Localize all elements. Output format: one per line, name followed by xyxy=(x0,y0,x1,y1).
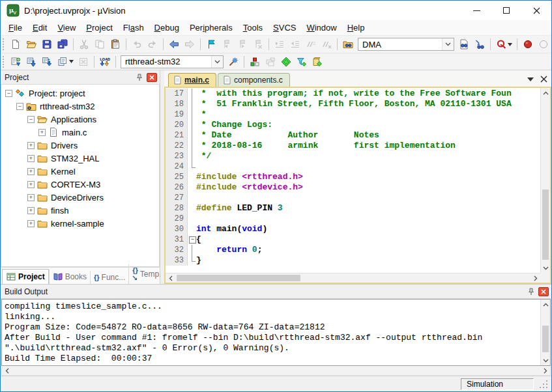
menu-item-debug[interactable]: Debug xyxy=(149,21,184,35)
editor-tab-components-c[interactable]: components.c xyxy=(218,73,290,87)
expand-icon[interactable]: + xyxy=(27,168,35,175)
menu-item-tools[interactable]: Tools xyxy=(238,21,268,35)
menu-item-file[interactable]: File xyxy=(3,21,27,35)
open-file-button[interactable] xyxy=(23,37,39,51)
code-editor[interactable]: 17 * with this program; if not, write to… xyxy=(166,88,540,273)
build-horizontal-scrollbar[interactable] xyxy=(1,366,551,376)
menu-item-svcs[interactable]: SVCS xyxy=(268,21,301,35)
dropdown-caret-icon[interactable] xyxy=(508,43,512,46)
save-file-button[interactable] xyxy=(39,37,55,51)
maximize-button[interactable] xyxy=(491,1,521,20)
editor-vertical-scrollbar[interactable] xyxy=(540,88,550,273)
scroll-right-icon[interactable] xyxy=(540,366,550,376)
menu-item-edit[interactable]: Edit xyxy=(27,21,52,35)
pin-icon[interactable] xyxy=(136,74,143,81)
new-file-button[interactable] xyxy=(8,37,23,51)
menu-item-peripherals[interactable]: Peripherals xyxy=(184,21,238,35)
expand-icon[interactable]: + xyxy=(38,129,46,136)
tree-item-cortex-m3[interactable]: +CORTEX-M3 xyxy=(1,178,159,191)
collapse-icon[interactable]: − xyxy=(5,90,12,97)
editor-hscroll-thumb[interactable] xyxy=(177,275,300,281)
build-button[interactable] xyxy=(23,55,39,69)
resize-grip[interactable] xyxy=(536,378,550,390)
manage-project-items-button[interactable] xyxy=(247,55,263,69)
insert-remove-breakpoint-button[interactable] xyxy=(520,37,536,51)
menu-item-flash[interactable]: Flash xyxy=(118,21,149,35)
build-vscroll-thumb[interactable] xyxy=(542,326,549,352)
tree-item-project-project[interactable]: −Project: project xyxy=(1,87,159,100)
expand-icon[interactable]: + xyxy=(27,207,35,214)
editor-vscroll-thumb[interactable] xyxy=(542,189,549,260)
editor-tab-main-c[interactable]: main.c xyxy=(168,73,216,87)
pin-icon[interactable] xyxy=(527,288,535,296)
menu-item-view[interactable]: View xyxy=(52,21,81,35)
line-number: 26 xyxy=(166,182,188,193)
close-document-icon[interactable] xyxy=(540,74,547,85)
chevron-down-icon[interactable] xyxy=(442,38,454,50)
stop-build-button xyxy=(76,55,91,69)
options-for-target-button[interactable] xyxy=(225,55,241,69)
panel-tab-project[interactable]: Project xyxy=(2,269,49,284)
expand-icon[interactable]: + xyxy=(27,155,35,162)
dropdown-caret-icon[interactable] xyxy=(69,60,74,63)
minimize-button[interactable] xyxy=(461,1,491,20)
enable-disable-breakpoint-button[interactable] xyxy=(536,37,551,51)
close-button[interactable] xyxy=(521,1,551,20)
document-list-icon[interactable] xyxy=(527,77,534,81)
download-to-flash-button[interactable]: LOAD xyxy=(97,55,113,69)
collapse-icon[interactable]: − xyxy=(27,116,35,123)
toolbar-grip[interactable] xyxy=(3,56,5,68)
editor-horizontal-scrollbar[interactable] xyxy=(166,273,540,283)
find-in-files-button[interactable] xyxy=(340,37,356,51)
scroll-down-icon[interactable] xyxy=(541,356,551,365)
rebuild-all-button[interactable] xyxy=(39,55,55,69)
expand-icon[interactable]: + xyxy=(27,181,35,188)
find-in-files-dialog-button[interactable] xyxy=(456,37,472,51)
tree-item-main-c[interactable]: +main.c xyxy=(1,126,159,139)
scroll-left-icon[interactable] xyxy=(2,366,12,376)
collapse-icon[interactable]: − xyxy=(16,103,23,110)
chevron-down-icon[interactable] xyxy=(211,56,223,68)
scroll-right-icon[interactable] xyxy=(530,273,540,283)
toolbar-grip[interactable] xyxy=(3,38,5,50)
menu-item-window[interactable]: Window xyxy=(301,21,341,35)
search-combo[interactable]: DMA xyxy=(358,38,454,51)
panel-tab-func[interactable]: {}Func... xyxy=(90,271,128,284)
batch-build-button[interactable] xyxy=(55,55,76,69)
menu-item-project[interactable]: Project xyxy=(81,21,117,35)
panel-tab-books[interactable]: Books xyxy=(49,270,90,284)
tree-item-kernel[interactable]: +Kernel xyxy=(1,165,159,178)
translate-file-button[interactable] xyxy=(8,55,23,69)
expand-icon[interactable]: + xyxy=(27,194,35,201)
scroll-up-icon[interactable] xyxy=(541,88,551,98)
find-button[interactable] xyxy=(493,37,514,51)
tree-item-devicedrivers[interactable]: +DeviceDrivers xyxy=(1,191,159,204)
fold-collapse-icon[interactable] xyxy=(188,234,196,245)
tree-item-rtthread-stm32[interactable]: −rtthread-stm32 xyxy=(1,100,159,113)
toggle-bookmark-button[interactable] xyxy=(203,37,219,51)
scroll-up-icon[interactable] xyxy=(541,300,551,309)
menu-item-help[interactable]: Help xyxy=(342,21,370,35)
tree-item-drivers[interactable]: +Drivers xyxy=(1,139,159,152)
target-combo[interactable]: rtthread-stm32 xyxy=(121,55,224,68)
select-software-packs-button[interactable] xyxy=(294,55,310,69)
scroll-down-icon[interactable] xyxy=(541,263,551,273)
tree-item-finsh[interactable]: +finsh xyxy=(1,204,159,217)
paste-button[interactable] xyxy=(108,37,123,51)
manage-run-time-environment-button[interactable] xyxy=(278,55,294,69)
project-panel-close-button[interactable] xyxy=(147,73,157,82)
incremental-find-button[interactable] xyxy=(472,37,487,51)
pack-installer-button[interactable] xyxy=(310,55,325,69)
build-output-close-button[interactable] xyxy=(538,287,549,296)
save-all-button[interactable] xyxy=(55,37,70,51)
tree-item-applications[interactable]: −Applications xyxy=(1,113,159,126)
scroll-left-icon[interactable] xyxy=(166,273,175,283)
tree-item-kernel-sample[interactable]: +kernel-sample xyxy=(1,217,159,230)
build-vertical-scrollbar[interactable] xyxy=(540,300,550,365)
tree-item-stm32-hal[interactable]: +STM32_HAL xyxy=(1,152,159,165)
expand-icon[interactable]: + xyxy=(27,142,35,149)
build-output-log[interactable]: compiling timeslice_sample.c...linking..… xyxy=(2,300,540,365)
navigate-back-button[interactable] xyxy=(166,37,182,51)
expand-icon[interactable]: + xyxy=(27,220,35,227)
line-number: 28 xyxy=(166,203,188,214)
